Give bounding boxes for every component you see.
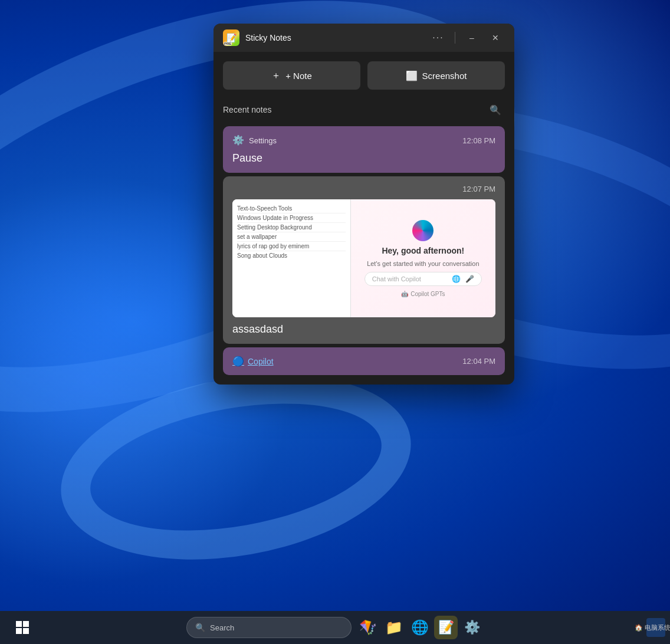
app-icon: 📝 PRE xyxy=(223,29,239,46)
note-header-2: 12:07 PM xyxy=(232,185,495,193)
screenshot-button-label: Screenshot xyxy=(422,71,467,81)
windows-icon xyxy=(16,621,29,634)
recent-notes-title: Recent notes xyxy=(223,105,272,114)
new-note-button[interactable]: ＋ + Note xyxy=(223,61,360,90)
minimize-icon: – xyxy=(469,33,474,42)
taskbar-edge-icon[interactable]: 🌐 xyxy=(408,616,432,639)
edge-icon: 🔵 xyxy=(232,356,244,367)
search-bar-icon: 🔍 xyxy=(195,623,205,632)
note-content-1: Pause xyxy=(232,152,495,165)
taskbar-right: 🏠 电脑系统网 xyxy=(646,618,665,637)
note-time-3: 12:04 PM xyxy=(462,357,495,366)
screenshot-right-panel: Hey, good afternoon! Let's get started w… xyxy=(351,199,495,317)
screenshot-icon: ⬜ xyxy=(406,70,418,81)
notes-list: ⚙️ Settings 12:08 PM Pause 12:07 PM Text… xyxy=(223,126,505,375)
copilot-gpts: 🤖 Copilot GPTs xyxy=(401,291,445,297)
sticky-notes-taskbar-icon: 📝 xyxy=(438,620,454,635)
copilot-sub: Let's get started with your conversation xyxy=(367,260,479,267)
taskbar-center: 🔍 Search 🪁 📁 🌐 📝 ⚙️ xyxy=(186,616,484,639)
search-bar[interactable]: 🔍 Search xyxy=(186,617,352,638)
note-source: ⚙️ Settings xyxy=(232,134,277,146)
note-card-settings[interactable]: ⚙️ Settings 12:08 PM Pause xyxy=(223,126,505,173)
minimize-button[interactable]: – xyxy=(462,28,481,47)
note-time-2: 12:07 PM xyxy=(462,185,495,193)
three-dots-icon: ··· xyxy=(432,32,444,43)
copilot-logo xyxy=(412,220,433,241)
plus-icon: ＋ xyxy=(271,70,281,82)
title-bar: 📝 PRE Sticky Notes ··· – ✕ xyxy=(214,24,514,52)
svg-rect-2 xyxy=(16,628,22,634)
edge-taskbar-icon: 🌐 xyxy=(411,619,429,636)
note-card-copilot[interactable]: 🔵 Copilot 12:04 PM xyxy=(223,347,505,375)
close-icon: ✕ xyxy=(492,33,499,42)
start-button[interactable] xyxy=(9,615,35,640)
search-notes-button[interactable]: 🔍 xyxy=(486,100,505,119)
screenshot-button[interactable]: ⬜ Screenshot xyxy=(367,61,505,90)
note-content-2: assasdasd xyxy=(232,323,495,336)
svg-rect-1 xyxy=(23,621,29,627)
copilot-chat-input[interactable]: Chat with Copilot 🌐 🎤 xyxy=(364,272,482,286)
svg-rect-0 xyxy=(16,621,22,627)
taskbar-file-explorer-icon[interactable]: 📁 xyxy=(382,616,406,639)
copilot-link-text: Copilot xyxy=(248,357,274,366)
taskbar-left xyxy=(9,615,35,640)
copilot-gpts-icon: 🤖 xyxy=(401,291,408,297)
note-header: ⚙️ Settings 12:08 PM xyxy=(232,134,495,146)
close-button[interactable]: ✕ xyxy=(486,28,505,47)
note-card-screenshot[interactable]: 12:07 PM Text-to-Speech Tools Windows Up… xyxy=(223,176,505,344)
content-area: ＋ + Note ⬜ Screenshot Recent notes 🔍 ⚙️ xyxy=(214,52,514,385)
file-explorer-icon: 📁 xyxy=(385,619,403,636)
watermark-text: 🏠 电脑系统网 xyxy=(635,623,670,632)
taskbar: 🔍 Search 🪁 📁 🌐 📝 ⚙️ 🏠 电脑系统网 xyxy=(0,611,670,644)
copilot-taskbar-icon: 🪁 xyxy=(359,619,377,636)
taskbar-sticky-notes-icon[interactable]: 📝 xyxy=(434,616,458,639)
screenshot-left-panel: Text-to-Speech Tools Windows Update in P… xyxy=(232,199,351,317)
title-divider xyxy=(455,32,455,44)
note-button-label: + Note xyxy=(285,71,312,81)
title-controls: ··· – ✕ xyxy=(429,28,505,47)
more-options-button[interactable]: ··· xyxy=(429,28,448,47)
note-source-name: Settings xyxy=(249,136,277,145)
search-icon: 🔍 xyxy=(490,104,501,116)
ss-item-5: lyrics of rap god by eminem xyxy=(237,242,346,251)
ss-item-1: Text-to-Speech Tools xyxy=(237,204,346,213)
note-time-1: 12:08 PM xyxy=(462,136,495,145)
ss-item-3: Setting Desktop Background xyxy=(237,223,346,232)
settings-taskbar-icon: ⚙️ xyxy=(464,620,480,635)
ss-item-4: set a wallpaper xyxy=(237,232,346,242)
copilot-link[interactable]: 🔵 Copilot xyxy=(232,356,274,367)
ss-item-2: Windows Update in Progress xyxy=(237,213,346,223)
copilot-attach-icon: 🎤 xyxy=(465,275,474,283)
search-bar-text: Search xyxy=(210,623,234,632)
copilot-mic-icon: 🌐 xyxy=(452,275,461,283)
taskbar-settings-icon[interactable]: ⚙️ xyxy=(460,616,484,639)
window-title: Sticky Notes xyxy=(245,33,423,42)
action-buttons: ＋ + Note ⬜ Screenshot xyxy=(223,61,505,90)
system-tray: 🏠 电脑系统网 xyxy=(646,618,665,637)
copilot-greeting: Hey, good afternoon! xyxy=(382,246,464,255)
screenshot-preview: Text-to-Speech Tools Windows Update in P… xyxy=(232,199,495,317)
watermark-badge: 🏠 电脑系统网 xyxy=(646,618,665,637)
svg-rect-3 xyxy=(23,628,29,634)
copilot-input-text: Chat with Copilot xyxy=(372,275,447,282)
section-header: Recent notes 🔍 xyxy=(223,100,505,119)
taskbar-copilot-icon[interactable]: 🪁 xyxy=(356,616,380,639)
ss-item-6: Song about Clouds xyxy=(237,251,346,260)
sticky-notes-window: 📝 PRE Sticky Notes ··· – ✕ ＋ + Note xyxy=(214,24,514,385)
copilot-gpts-label: Copilot GPTs xyxy=(410,291,445,297)
settings-app-icon: ⚙️ xyxy=(232,134,244,146)
